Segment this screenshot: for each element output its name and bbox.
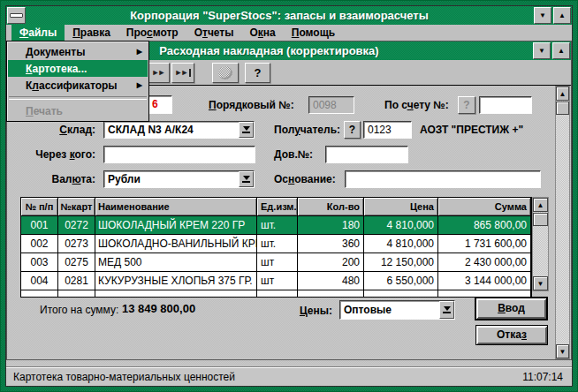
cell-price: 12 150,000 bbox=[364, 253, 438, 272]
window-scrollbar[interactable]: ▲ ▼ bbox=[555, 86, 570, 359]
cell-card: 0272 bbox=[58, 216, 95, 235]
account-label: По счету №: bbox=[384, 96, 449, 114]
prices-dropdown-arrow[interactable] bbox=[439, 301, 454, 319]
cell-qty: 200 bbox=[298, 253, 364, 272]
scroll-up-icon: ▲ bbox=[537, 201, 544, 209]
cell-num: 002 bbox=[21, 235, 58, 253]
table-row[interactable]: 0020273ШОКОЛАДНО-ВАНИЛЬНЫЙ КРЕМшт.3604 8… bbox=[21, 235, 531, 253]
attorney-field[interactable] bbox=[325, 146, 408, 163]
recipient-code-field[interactable]: 0123 bbox=[363, 121, 412, 139]
maximize-icon: ▲ bbox=[559, 11, 566, 19]
table-scroll-down-button[interactable]: ▼ bbox=[533, 276, 548, 290]
app-window: Корпорация "SuperStocs": запасы и взаимо… bbox=[0, 0, 578, 392]
table-row[interactable] bbox=[21, 290, 531, 298]
scroll-up-icon: ▲ bbox=[559, 90, 567, 98]
scroll-down-icon: ▼ bbox=[537, 280, 544, 288]
last-record-button[interactable]: ►► bbox=[171, 63, 194, 83]
minimize-button[interactable]: ▼ bbox=[534, 7, 551, 24]
menu-item-label: Печать bbox=[26, 105, 142, 117]
column-header: Цена bbox=[364, 198, 438, 216]
menu-item-card-index[interactable]: Картотека... bbox=[8, 60, 148, 77]
table-row[interactable]: 0040281КУКУРУЗНЫЕ ХЛОПЬЯ 375 ГР.шт4806 5… bbox=[21, 272, 531, 290]
warehouse-dropdown-arrow[interactable] bbox=[239, 122, 254, 138]
items-table: № п/п№картНаименованиеЕд.изм.Кол-воЦенаС… bbox=[20, 197, 532, 298]
window-scrollbar-thumb[interactable] bbox=[556, 102, 569, 115]
menu-item-label: Документы bbox=[26, 46, 137, 58]
cell-unit: шт. bbox=[257, 216, 298, 235]
warehouse-combobox[interactable]: СКЛАД N3 А/К24 bbox=[103, 121, 255, 139]
menu-item-print[interactable]: Печать bbox=[8, 102, 148, 119]
account-field[interactable] bbox=[479, 96, 532, 114]
table-row[interactable]: 0010272ШОКОЛАДНЫЙ КРЕМ 220 ГРшт.1804 810… bbox=[21, 216, 531, 235]
via-field[interactable] bbox=[103, 146, 255, 163]
maximize-button[interactable]: ▲ bbox=[553, 7, 571, 24]
menu-item-label: Классификаторы bbox=[26, 79, 137, 92]
window-scroll-down-button[interactable]: ▼ bbox=[556, 344, 569, 358]
currency-combobox[interactable]: Рубли bbox=[103, 170, 255, 188]
cell-unit: шт bbox=[257, 253, 298, 272]
help-icon: ? bbox=[255, 66, 262, 79]
last-record-icon: ►► bbox=[175, 68, 189, 77]
cell-name: ШОКОЛАДНЫЙ КРЕМ 220 ГР bbox=[95, 216, 257, 235]
total-label: Итого на сумму: bbox=[40, 301, 118, 319]
table-body: 0010272ШОКОЛАДНЫЙ КРЕМ 220 ГРшт.1804 810… bbox=[21, 216, 531, 298]
cell-card: 0275 bbox=[58, 253, 95, 272]
cell-qty: 360 bbox=[298, 235, 364, 253]
menu-item-classifiers[interactable]: Классификаторы▶ bbox=[8, 77, 148, 94]
cell-card: 0281 bbox=[58, 272, 95, 290]
cell-num: 003 bbox=[21, 253, 58, 272]
system-menu-button[interactable] bbox=[7, 7, 26, 24]
cell-qty: 180 bbox=[298, 216, 364, 235]
cell-price bbox=[364, 290, 438, 298]
menu-item-documents[interactable]: Документы▶ bbox=[8, 43, 148, 60]
cancel-button[interactable]: Отказ bbox=[475, 325, 548, 345]
menubar-item-help[interactable]: Помощь bbox=[284, 25, 343, 41]
table-scrollbar[interactable]: ▲ ▼ bbox=[532, 197, 549, 291]
table-scrollbar-thumb[interactable] bbox=[533, 213, 548, 226]
serial-label: Порядковый №: bbox=[209, 96, 294, 114]
warehouse-label: Склад: bbox=[7, 121, 95, 139]
menubar-item-view[interactable]: Просмотр bbox=[118, 25, 186, 41]
recipient-label: Получатель: bbox=[274, 121, 340, 139]
doc-minimize-button[interactable]: ▼ bbox=[533, 42, 551, 59]
column-header: Наименование bbox=[95, 198, 257, 216]
prices-combobox[interactable]: Оптовые bbox=[339, 300, 455, 320]
account-help-button[interactable]: ? bbox=[458, 96, 475, 114]
submenu-arrow-icon: ▶ bbox=[137, 48, 142, 56]
total-value: 13 849 800,00 bbox=[122, 300, 195, 318]
table-row[interactable]: 0030275МЕД 500шт20012 150,0002 430 000,0… bbox=[21, 253, 531, 272]
cell-num: 001 bbox=[21, 216, 58, 235]
status-clock: 11:07:14 bbox=[522, 371, 572, 383]
menu-separator bbox=[9, 96, 147, 100]
enter-button[interactable]: Ввод bbox=[475, 297, 548, 320]
recipient-help-button[interactable]: ? bbox=[344, 121, 361, 139]
cell-unit: шт. bbox=[257, 235, 298, 253]
prices-value: Оптовые bbox=[340, 301, 439, 319]
cell-unit bbox=[257, 290, 298, 298]
currency-dropdown-arrow[interactable] bbox=[239, 171, 254, 187]
cell-price: 6 550,000 bbox=[364, 272, 438, 290]
cell-card bbox=[58, 290, 95, 298]
column-header: №карт bbox=[58, 198, 95, 216]
window-scroll-up-button[interactable]: ▲ bbox=[556, 87, 569, 101]
column-header: Сумма bbox=[438, 198, 531, 216]
help-button[interactable]: ? bbox=[245, 63, 270, 83]
doc-maximize-button[interactable]: ▲ bbox=[552, 42, 570, 59]
menu-item-label: Картотека... bbox=[26, 63, 142, 75]
basis-field[interactable] bbox=[345, 170, 541, 188]
warehouse-value: СКЛАД N3 А/К24 bbox=[104, 122, 239, 138]
menubar-item-files[interactable]: Файлы bbox=[11, 25, 65, 41]
menubar-item-reports[interactable]: Отчеты bbox=[186, 25, 242, 41]
menubar-item-edit[interactable]: Правка bbox=[65, 25, 118, 41]
next-record-button[interactable]: ►► bbox=[148, 63, 170, 83]
form-area: 6 Порядковый №: 0098 По счету №: ? Склад… bbox=[7, 86, 571, 359]
print-stamp-icon bbox=[218, 66, 232, 79]
cell-price: 4 810,000 bbox=[364, 235, 438, 253]
submenu-arrow-icon: ▶ bbox=[137, 81, 142, 89]
menubar-item-windows[interactable]: Окна bbox=[242, 25, 284, 41]
table-scroll-up-button[interactable]: ▲ bbox=[533, 198, 548, 212]
serial-field[interactable]: 0098 bbox=[308, 96, 354, 114]
print-stamp-button[interactable] bbox=[212, 63, 239, 83]
currency-value: Рубли bbox=[104, 171, 239, 187]
cell-name: ШОКОЛАДНО-ВАНИЛЬНЫЙ КРЕМ bbox=[95, 235, 257, 253]
